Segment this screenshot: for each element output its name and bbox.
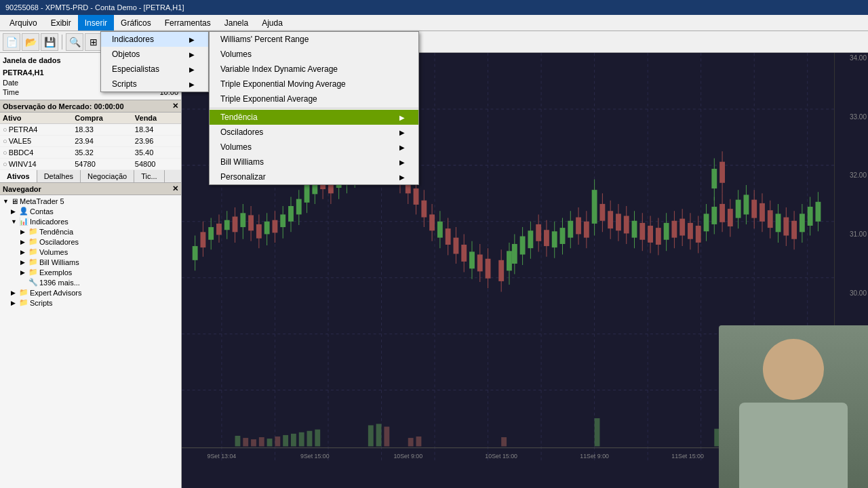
nav-indicadores[interactable]: ▼ 📊 Indicadores [1,216,180,226]
nav-tendencia[interactable]: ▶ 📁 Tendência [1,226,180,237]
menu-ajuda[interactable]: Ajuda [255,15,290,30]
tab-detalhes[interactable]: Detalhes [37,170,81,182]
volumes-icon: 📁 [28,247,38,256]
expand-mt5: ▼ [3,198,9,205]
navigator-close[interactable]: ✕ [172,184,178,193]
svg-rect-163 [760,203,765,222]
tab-ativos[interactable]: Ativos [0,170,37,182]
svg-rect-19 [193,246,198,260]
svg-rect-89 [446,228,451,245]
market-watch-title: Observação do Mercado: 00:00:00 [3,102,124,110]
symbol-cell: ○WINV14 [0,159,72,170]
ea-icon: 📁 [19,288,28,297]
svg-rect-187 [307,431,313,447]
bw-icon: 📁 [28,258,38,266]
left-panel: Janela de dados ✕ PETRA4,H1 Date Time 10… [0,53,182,488]
tab-tic[interactable]: Tic... [134,170,164,182]
svg-rect-119 [584,222,589,238]
menu-inserir[interactable]: Inserir [78,15,114,30]
nav-osciladores[interactable]: ▶ 📁 Osciladores [1,237,180,247]
tab-negociacao[interactable]: Negociação [81,170,134,182]
title-bar: 90255068 - XPMT5-PRD - Conta Demo - [PET… [0,0,868,15]
inserir-dropdown[interactable]: Indicadores ▶ Objetos ▶ Especialistas ▶ … [100,31,209,92]
title-text: 90255068 - XPMT5-PRD - Conta Demo - [PET… [5,3,184,12]
menu-arquivo[interactable]: Arquivo [3,15,44,30]
market-watch-header: Observação do Mercado: 00:00:00 ✕ [0,100,181,113]
svg-rect-141 [671,221,677,238]
svg-rect-191 [384,427,389,447]
nav-mais[interactable]: 🔧 1396 mais... [1,277,180,287]
svg-rect-173 [800,214,805,232]
svg-rect-81 [414,188,419,205]
svg-rect-121 [592,190,597,224]
ask-cell: 18.34 [132,124,181,136]
market-watch-table: Ativo Compra Venda ○PETRA4 18.33 18.34 ○… [0,113,181,170]
svg-text:10Set 15:00: 10Set 15:00 [485,453,517,460]
mt5-icon: 🖥 [11,197,18,205]
menu-option-scripts[interactable]: Scripts ▶ [101,77,208,92]
new-chart-btn[interactable]: 📄 [3,33,20,51]
nav-bill-williams[interactable]: ▶ 📁 Bill Williams [1,257,180,267]
svg-rect-183 [275,436,280,447]
open-btn[interactable]: 📂 [22,33,39,51]
nav-contas[interactable]: ▶ 👤 Contas [1,206,180,216]
submenu-osciladores[interactable]: Osciladores ▶ [210,125,418,140]
submenu-triple-exp-avg[interactable]: Triple Exponential Average [210,92,418,106]
submenu-bill-williams[interactable]: Bill Williams ▶ [210,155,418,169]
svg-rect-41 [507,251,512,270]
svg-rect-167 [776,214,781,232]
price-label-3: 32.00 [836,171,867,179]
indicadores-submenu[interactable]: Williams' Percent Range Volumes Variable… [209,31,419,185]
navigator-title: Navegador [3,185,41,193]
svg-rect-103 [520,237,526,255]
save-btn[interactable]: 💾 [41,33,58,51]
zoom-in-btn[interactable]: 🔍 [66,33,83,51]
svg-rect-53 [256,224,262,239]
svg-rect-135 [648,226,653,243]
person-overlay [719,325,868,488]
menu-option-indicadores[interactable]: Indicadores ▶ [101,32,208,47]
submenu-tendencia[interactable]: Tendência ▶ [210,110,418,125]
market-watch-row[interactable]: ○VALE5 23.94 23.96 [0,136,181,147]
price-label-4: 31.00 [836,230,867,238]
time-label: Time [3,88,19,96]
bid-cell: 18.33 [72,124,132,136]
col-ativo: Ativo [0,113,72,124]
market-watch-row[interactable]: ○BBDC4 35.32 35.40 [0,147,181,159]
price-label-5: 30.00 [836,289,867,297]
submenu-personalizar[interactable]: Personalizar ▶ [210,169,418,184]
svg-rect-117 [576,218,581,235]
price-label-1: 34.00 [836,54,867,62]
svg-text:11Set 15:00: 11Set 15:00 [671,453,704,460]
menu-option-objetos[interactable]: Objetos ▶ [101,47,208,62]
svg-rect-21 [200,232,205,247]
market-watch-row[interactable]: ○PETRA4 18.33 18.34 [0,124,181,136]
submenu-triple-exp-moving[interactable]: Triple Exponential Moving Average [210,77,418,92]
svg-rect-127 [616,214,621,230]
menu-exibir[interactable]: Exibir [44,15,78,30]
menu-graficos[interactable]: Gráficos [114,15,158,30]
nav-exemplos[interactable]: ▶ 📁 Exemplos [1,267,180,277]
submenu-variable-index[interactable]: Variable Index Dynamic Average [210,62,418,77]
col-venda: Venda [132,113,181,124]
svg-rect-111 [552,231,557,247]
svg-rect-91 [454,238,459,254]
submenu-volumes[interactable]: Volumes [210,47,418,62]
menu-janela[interactable]: Janela [218,15,255,30]
svg-rect-83 [421,201,427,218]
menu-ferramentas[interactable]: Ferramentas [158,15,218,30]
nav-metatrader5[interactable]: ▼ 🖥 MetaTrader 5 [1,197,180,206]
menu-option-especialistas[interactable]: Especialistas ▶ [101,62,208,77]
svg-rect-129 [624,216,629,234]
svg-rect-59 [280,214,285,227]
toolbar-sep1 [62,35,62,49]
expand-bw: ▶ [20,259,27,266]
nav-expert-advisors[interactable]: ▶ 📁 Expert Advisors [1,287,180,298]
nav-scripts[interactable]: ▶ 📁 Scripts [1,298,180,308]
submenu-volumes2[interactable]: Volumes ▶ [210,140,418,155]
submenu-williams[interactable]: Williams' Percent Range [210,32,418,47]
market-watch-row[interactable]: ○WINV14 54780 54800 [0,159,181,170]
market-watch-close[interactable]: ✕ [172,102,178,110]
nav-volumes[interactable]: ▶ 📁 Volumes [1,247,180,257]
svg-rect-169 [783,218,789,236]
